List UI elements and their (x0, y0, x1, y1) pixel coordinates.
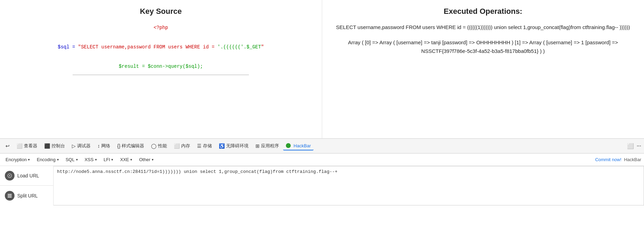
back-icon: ↩ (6, 143, 10, 149)
hackbar-xss-label: XSS (85, 157, 94, 162)
devtools-performance-label: 性能 (158, 143, 167, 149)
devtools-resize-icon[interactable]: ⬜ (627, 143, 634, 149)
hackbar-xxe-label: XXE (120, 157, 129, 162)
hackbar-toolbar: Encryption ▾ Encoding ▾ SQL ▾ XSS ▾ LFI … (0, 154, 644, 166)
hackbar-side-buttons: Load URL Split URL (0, 166, 54, 205)
devtools-accessibility[interactable]: ♿ 无障碍环境 (216, 141, 251, 150)
commit-hackbar-label: HackBar (624, 157, 641, 162)
code-line-php: <?php (14, 23, 308, 33)
devtools-storage-label: 存储 (203, 143, 212, 149)
right-panel-title: Executed Operations: (336, 7, 631, 16)
memory-icon: ⬜ (174, 143, 180, 149)
devtools-memory[interactable]: ⬜ 内存 (171, 141, 193, 150)
load-url-button[interactable]: Load URL (0, 166, 53, 186)
hackbar-encryption-label: Encryption (6, 157, 27, 162)
code-line-sql: $sql = "SELECT username,password FROM us… (14, 42, 308, 52)
hackbar-menu-xss[interactable]: XSS ▾ (82, 156, 100, 164)
hackbar-menu-xxe[interactable]: XXE ▾ (117, 156, 135, 164)
devtools-network[interactable]: ↕ 网络 (95, 141, 113, 150)
console-icon: ⬛ (44, 143, 50, 149)
left-panel: Key Source <?php $sql = "SELECT username… (0, 0, 322, 138)
hackbar-other-label: Other (139, 157, 150, 162)
devtools-console-label: 控制台 (52, 143, 65, 149)
accessibility-icon: ♿ (219, 143, 225, 149)
inspector-icon: ⬜ (17, 143, 22, 149)
devtools-network-label: 网络 (101, 143, 110, 149)
devtools-style-editor[interactable]: {} 样式编辑器 (114, 141, 147, 150)
devtools-performance[interactable]: ◯ 性能 (148, 141, 170, 150)
hackbar-sql-label: SQL (66, 157, 75, 162)
devtools-hackbar-label: HackBar (293, 143, 311, 148)
debugger-icon: ▷ (72, 143, 76, 149)
code-line-method: $result = $conn->query($sql); (14, 62, 308, 71)
split-url-icon (5, 191, 15, 201)
devtools-application-label: 应用程序 (261, 143, 279, 149)
devtools-back[interactable]: ↩ (3, 142, 12, 150)
hackbar-lfi-label: LFI (104, 157, 110, 162)
hackbar-dot-icon (286, 143, 291, 148)
code-block: <?php $sql = "SELECT username,password F… (14, 23, 308, 75)
devtools-more-icon[interactable]: ··· (637, 143, 641, 149)
performance-icon: ◯ (151, 143, 157, 149)
hackbar-menu-sql[interactable]: SQL ▾ (63, 156, 81, 164)
storage-icon: ☰ (197, 143, 202, 149)
hackbar-menu-encryption[interactable]: Encryption ▾ (3, 156, 32, 164)
split-url-button[interactable]: Split URL (0, 186, 53, 205)
hackbar-lfi-arrow: ▾ (111, 158, 113, 161)
hackbar-encoding-arrow: ▾ (57, 158, 59, 161)
hackbar-menu-other[interactable]: Other ▾ (136, 156, 156, 164)
hackbar-other-arrow: ▾ (152, 158, 153, 161)
url-input[interactable] (54, 166, 644, 205)
devtools-accessibility-label: 无障碍环境 (226, 143, 249, 149)
hackbar-url-area: Load URL Split URL (0, 166, 644, 205)
load-url-label: Load URL (17, 173, 39, 178)
devtools-bar: ↩ ⬜ 查看器 ⬛ 控制台 ▷ 调试器 ↕ 网络 {} 样式编辑器 ◯ 性能 ⬜… (0, 138, 644, 154)
load-url-icon (5, 171, 15, 181)
style-editor-icon: {} (117, 143, 120, 149)
devtools-debugger-label: 调试器 (77, 143, 91, 149)
devtools-style-editor-label: 样式编辑器 (122, 143, 144, 149)
hackbar-menu-lfi[interactable]: LFI ▾ (101, 156, 116, 164)
devtools-application[interactable]: ⊞ 应用程序 (253, 141, 282, 150)
application-icon: ⊞ (255, 143, 260, 149)
commit-now-label: Commit now! (595, 157, 622, 162)
hackbar-encoding-label: Encoding (37, 157, 55, 162)
hackbar-encryption-arrow: ▾ (28, 158, 30, 161)
split-url-label: Split URL (17, 193, 38, 199)
devtools-end-icons: ⬜ ··· (627, 143, 641, 149)
hackbar-xss-arrow: ▾ (95, 158, 97, 161)
hackbar-sql-arrow: ▾ (76, 158, 78, 161)
devtools-inspector[interactable]: ⬜ 查看器 (14, 141, 40, 150)
devtools-inspector-label: 查看器 (24, 143, 37, 149)
devtools-console[interactable]: ⬛ 控制台 (41, 141, 68, 150)
hackbar-xxe-arrow: ▾ (130, 158, 132, 161)
devtools-debugger[interactable]: ▷ 调试器 (69, 141, 93, 150)
devtools-memory-label: 内存 (181, 143, 190, 149)
network-icon: ↕ (97, 143, 100, 149)
hackbar-menu-encoding[interactable]: Encoding ▾ (34, 156, 61, 164)
right-panel: Executed Operations: SELECT username,pas… (322, 0, 644, 138)
left-panel-title: Key Source (14, 7, 308, 16)
devtools-storage[interactable]: ☰ 存储 (194, 141, 215, 150)
executed-result: Array ( [0] => Array ( [username] => tan… (336, 38, 631, 56)
devtools-hackbar[interactable]: HackBar (283, 142, 314, 150)
commit-now-button[interactable]: Commit now! HackBar (595, 157, 641, 162)
executed-query: SELECT username,password FROM users WHER… (336, 23, 631, 32)
